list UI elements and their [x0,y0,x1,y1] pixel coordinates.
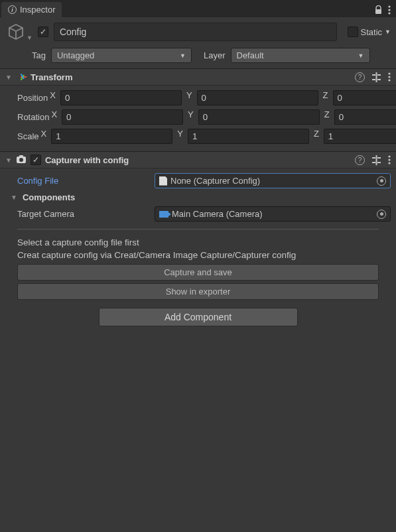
y-label: Y [186,109,196,125]
chevron-down-icon: ▼ [358,52,364,59]
add-component-button[interactable]: Add Component [99,308,298,326]
context-menu-icon[interactable] [388,5,391,15]
static-dropdown-arrow[interactable]: ▼ [385,29,391,35]
svg-point-21 [388,159,390,161]
static-checkbox[interactable] [348,27,358,37]
active-checkbox[interactable] [38,27,48,37]
svg-point-14 [19,158,23,162]
x-label: X [48,90,58,105]
gameobject-header: ▼ Static ▼ [0,17,396,46]
static-label: Static [361,27,383,37]
foldout-arrow-icon: ▼ [5,157,12,164]
help-icon[interactable]: ? [355,155,365,165]
svg-rect-17 [377,157,381,159]
chevron-down-icon: ▼ [180,52,186,59]
svg-point-22 [388,162,390,164]
y-label: Y [175,129,185,144]
svg-rect-0 [375,9,381,14]
show-in-exporter-button[interactable]: Show in exporter [17,283,379,300]
svg-rect-6 [377,74,381,76]
gameobject-name-input[interactable] [54,23,337,41]
scale-label: Scale [5,131,39,141]
config-file-field[interactable]: None (Capturer Config) [155,173,391,188]
target-camera-value: Main Camera (Camera) [172,209,263,219]
config-file-value: None (Capturer Config) [170,176,260,186]
component-menu-icon[interactable] [388,155,391,165]
capture-and-save-button[interactable]: Capture and save [17,264,379,281]
icon-dropdown-arrow[interactable]: ▼ [27,34,33,41]
document-icon [159,176,167,186]
preset-icon[interactable] [371,155,381,165]
svg-point-10 [388,76,390,78]
preset-icon[interactable] [371,72,381,82]
svg-rect-5 [372,79,375,80]
layer-value: Default [237,50,264,60]
svg-point-3 [388,12,390,14]
rotation-label: Rotation [5,112,49,122]
svg-point-20 [388,155,390,157]
object-picker-icon[interactable] [377,210,386,219]
target-camera-label: Target Camera [5,209,155,219]
tag-dropdown[interactable]: Untagged ▼ [51,48,192,63]
component-menu-icon[interactable] [388,72,391,82]
x-label: X [49,109,59,125]
transform-title: Transform [31,72,73,82]
components-label: Components [20,192,75,202]
rotation-y-input[interactable] [198,109,320,125]
inspector-tab[interactable]: i Inspector [1,2,62,17]
position-x-input[interactable] [60,90,182,105]
foldout-arrow-icon: ▼ [5,74,12,81]
capturer-header[interactable]: ▼ Capturer with config ? [0,151,396,168]
component-enabled-checkbox[interactable] [31,155,41,165]
scale-x-input[interactable] [51,129,172,144]
foldout-arrow-icon[interactable]: ▼ [11,194,17,201]
capturer-title: Capturer with config [45,155,129,165]
svg-rect-13 [19,155,23,157]
capturer-properties: Config File None (Capturer Config) ▼ Com… [0,168,396,224]
target-camera-field[interactable]: Main Camera (Camera) [155,206,391,222]
info-box: Select a capture config file first Creat… [17,236,385,261]
help-icon[interactable]: ? [355,72,365,82]
svg-rect-7 [377,79,381,80]
svg-rect-4 [372,74,375,76]
svg-point-1 [388,5,390,7]
config-file-label: Config File [5,176,155,186]
object-picker-icon[interactable] [377,176,386,186]
position-z-input[interactable] [333,90,396,105]
position-label: Position [5,93,48,103]
svg-rect-8 [376,72,377,82]
svg-rect-16 [372,162,375,163]
z-label: Z [322,109,332,125]
position-y-input[interactable] [197,90,318,105]
svg-rect-18 [377,162,381,163]
y-label: Y [184,90,194,105]
rotation-z-input[interactable] [334,109,396,125]
camera-icon [16,155,27,165]
lock-icon[interactable] [374,5,383,15]
svg-point-9 [388,72,390,74]
transform-icon [16,72,27,82]
tab-bar: i Inspector [0,0,396,17]
info-icon: i [8,5,17,14]
svg-point-11 [388,79,390,81]
scale-z-input[interactable] [324,129,396,144]
svg-point-2 [388,9,390,11]
gameobject-icon[interactable] [5,21,27,42]
svg-rect-15 [372,157,375,159]
z-label: Z [321,90,330,105]
info-line-2: Creat capture config via Creat/Camera Im… [17,249,385,261]
tag-value: Untagged [57,50,94,60]
z-label: Z [312,129,321,144]
info-line-1: Select a capture config file first [17,236,385,249]
tab-title: Inspector [20,5,55,15]
transform-header[interactable]: ▼ Transform ? [0,68,396,86]
rotation-x-input[interactable] [62,109,183,125]
divider [17,229,379,230]
scale-y-input[interactable] [188,129,309,144]
tag-label: Tag [32,50,46,60]
x-label: X [39,129,49,144]
transform-properties: Position X Y Z Rotation X Y Z Scale X Y … [0,86,396,151]
svg-rect-19 [376,155,377,165]
camera-object-icon [159,211,168,218]
layer-dropdown[interactable]: Default ▼ [231,48,370,63]
